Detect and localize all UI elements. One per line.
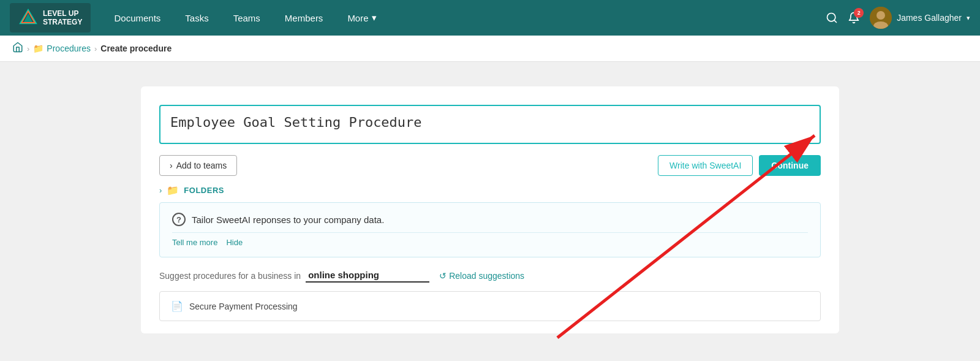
form-wrapper: › Add to teams Write with SweetAI Contin…	[141, 86, 839, 333]
breadcrumb-sep-1: ›	[27, 44, 29, 53]
breadcrumb-sep-2: ›	[94, 44, 97, 53]
suggest-row: Suggest procedures for a business in ↺ R…	[159, 268, 821, 283]
notification-button[interactable]: 2	[848, 12, 860, 24]
search-button[interactable]	[826, 12, 838, 24]
procedure-title-input[interactable]	[159, 105, 821, 144]
write-sweetai-button[interactable]: Write with SweetAI	[658, 155, 753, 176]
breadcrumb-home[interactable]	[12, 42, 23, 55]
breadcrumb-procedures[interactable]: 📁 Procedures	[33, 44, 91, 53]
folders-label: FOLDERS	[184, 186, 224, 195]
info-icon: ?	[172, 213, 186, 226]
suggest-prefix-text: Suggest procedures for a business in	[159, 271, 301, 281]
breadcrumb-current: Create procedure	[100, 44, 172, 53]
nav-documents[interactable]: Documents	[103, 8, 172, 28]
nav-members[interactable]: Members	[274, 8, 334, 28]
svg-point-6	[876, 11, 885, 20]
logo-text: level up strategy	[43, 9, 82, 27]
form-actions: › Add to teams Write with SweetAI Contin…	[159, 155, 821, 176]
navbar: level up strategy Documents Tasks Teams …	[0, 0, 980, 36]
reload-suggestions-link[interactable]: ↺ Reload suggestions	[439, 271, 524, 281]
user-name: James Gallagher	[897, 13, 962, 23]
procedure-item-label: Secure Payment Processing	[189, 302, 298, 311]
hide-link[interactable]: Hide	[226, 238, 243, 247]
sweetai-banner-links: Tell me more Hide	[172, 232, 808, 247]
chevron-right-icon: ›	[170, 161, 173, 170]
primary-actions: Write with SweetAI Continue	[658, 155, 821, 176]
procedure-item[interactable]: 📄 Secure Payment Processing	[159, 291, 821, 321]
document-icon: 📄	[171, 300, 183, 312]
form-container: › Add to teams Write with SweetAI Contin…	[141, 86, 839, 333]
suggest-business-input[interactable]	[306, 268, 429, 283]
nav-tasks[interactable]: Tasks	[174, 8, 219, 28]
folders-row[interactable]: › 📁 FOLDERS	[159, 184, 821, 196]
nav-teams[interactable]: Teams	[222, 8, 271, 28]
logo[interactable]: level up strategy	[10, 3, 91, 32]
notification-badge: 2	[854, 8, 864, 18]
folder-icon: 📁	[33, 44, 43, 53]
main-content: › Add to teams Write with SweetAI Contin…	[0, 62, 980, 361]
continue-button[interactable]: Continue	[759, 155, 821, 176]
nav-links: Documents Tasks Teams Members More ▾	[103, 7, 826, 28]
sweetai-banner: ? Tailor SweetAI reponses to your compan…	[159, 202, 821, 257]
user-avatar	[870, 7, 892, 29]
chevron-right-icon-folders: ›	[159, 186, 162, 195]
add-to-teams-button[interactable]: › Add to teams	[159, 155, 237, 176]
tell-me-more-link[interactable]: Tell me more	[172, 238, 217, 247]
chevron-down-icon: ▾	[372, 12, 377, 23]
user-menu[interactable]: James Gallagher ▾	[870, 7, 970, 29]
sweetai-banner-top: ? Tailor SweetAI reponses to your compan…	[172, 213, 808, 226]
user-chevron-icon: ▾	[967, 14, 970, 22]
folder-icon-teal: 📁	[167, 184, 179, 196]
sweetai-banner-text: Tailor SweetAI reponses to your company …	[192, 215, 384, 225]
nav-right: 2 James Gallagher ▾	[826, 7, 970, 29]
svg-line-4	[834, 20, 837, 23]
reload-icon: ↺	[439, 271, 447, 281]
nav-more[interactable]: More ▾	[336, 7, 387, 28]
breadcrumb: › 📁 Procedures › Create procedure	[0, 36, 980, 62]
